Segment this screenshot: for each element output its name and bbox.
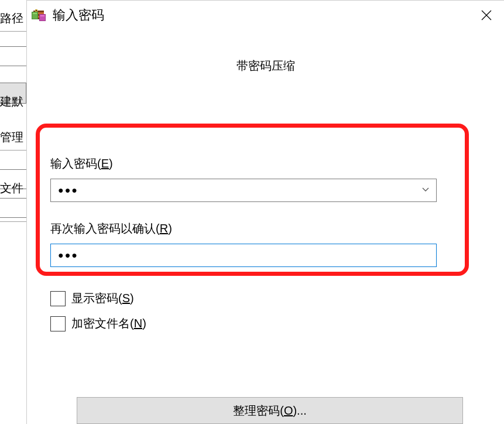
- chevron-down-icon[interactable]: [421, 184, 430, 197]
- manage-passwords-label: 整理密码(O)...: [233, 403, 307, 419]
- dialog-title: 输入密码: [53, 6, 469, 24]
- close-button[interactable]: [469, 1, 504, 30]
- password-input[interactable]: ●●●: [50, 179, 437, 202]
- winrar-icon: [32, 8, 46, 22]
- background-divider: [0, 31, 26, 32]
- show-password-label: 显示密码(S): [71, 290, 134, 306]
- confirm-password-label: 再次输入密码以确认(R): [50, 221, 481, 237]
- svg-rect-6: [36, 10, 37, 11]
- background-divider: [0, 150, 26, 151]
- password-dialog: 输入密码 带密码压缩 输入密码(E) ●●●: [26, 0, 504, 424]
- background-label: 文件: [0, 180, 23, 196]
- dialog-header: 带密码压缩: [41, 58, 490, 74]
- svg-rect-9: [33, 13, 37, 14]
- background-input-fragment: [0, 46, 26, 66]
- background-input-fragment: [0, 198, 26, 218]
- password-label: 输入密码(E): [50, 156, 481, 172]
- encrypt-filenames-row: 加密文件名(N): [50, 316, 481, 331]
- show-password-checkbox[interactable]: [50, 291, 66, 306]
- background-label: 建默: [0, 94, 23, 110]
- background-label: 路径: [0, 11, 23, 26]
- confirm-password-value: ●●●: [58, 250, 78, 261]
- dialog-body: 带密码压缩 输入密码(E) ●●● 再次输入密码以确认(R) ●●●: [27, 58, 504, 331]
- password-value: ●●●: [58, 185, 78, 196]
- encrypt-filenames-label: 加密文件名(N): [71, 316, 146, 331]
- encrypt-filenames-checkbox[interactable]: [50, 316, 66, 331]
- svg-rect-12: [40, 15, 44, 16]
- manage-passwords-button[interactable]: 整理密码(O)...: [77, 397, 463, 424]
- background-label: 管理: [0, 129, 23, 145]
- confirm-password-input[interactable]: ●●●: [50, 244, 437, 267]
- password-form: 输入密码(E) ●●● 再次输入密码以确认(R) ●●● 显示密码(S): [41, 156, 490, 331]
- close-icon: [481, 9, 492, 21]
- background-divider: [0, 221, 26, 222]
- titlebar: 输入密码: [27, 1, 504, 30]
- show-password-row: 显示密码(S): [50, 290, 481, 306]
